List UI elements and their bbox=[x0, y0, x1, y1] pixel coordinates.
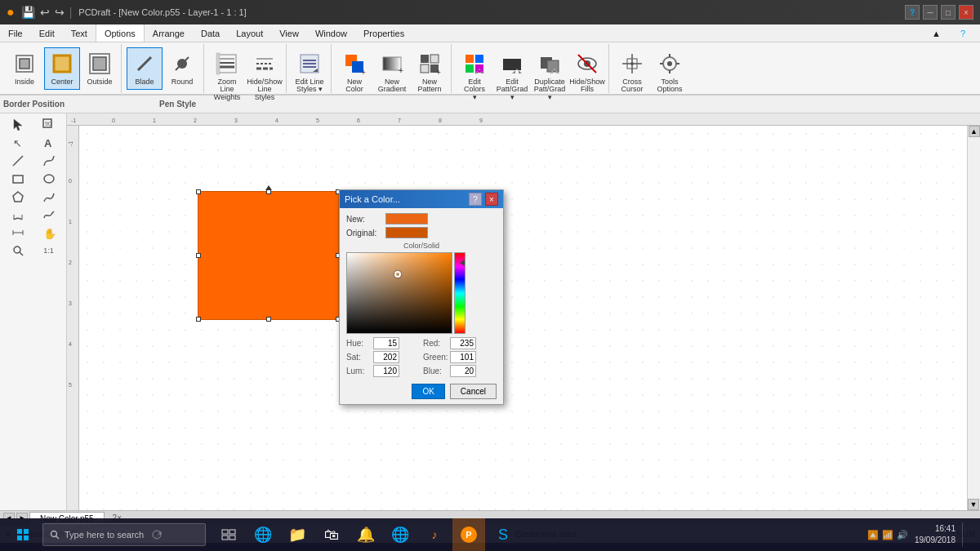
canvas-area[interactable]: -1 0 1 2 3 4 5 6 7 8 9 -1 0 1 2 3 bbox=[67, 113, 980, 510]
menu-arrange[interactable]: Arrange bbox=[145, 24, 193, 42]
save-icon[interactable]: 💾 bbox=[21, 6, 35, 19]
notification-icon[interactable]: 🔼 bbox=[867, 530, 879, 540]
taskbar-search-box[interactable]: Type here to search 🎤 bbox=[42, 523, 206, 546]
menu-properties[interactable]: Properties bbox=[355, 24, 412, 42]
menu-data[interactable]: Data bbox=[193, 24, 228, 42]
cancel-button[interactable]: Cancel bbox=[450, 384, 497, 399]
menu-edit[interactable]: Edit bbox=[31, 24, 63, 42]
ellipse-tool[interactable] bbox=[34, 171, 64, 187]
taskbar-music[interactable]: ♪ bbox=[418, 518, 451, 551]
handle-bl[interactable] bbox=[196, 317, 201, 322]
gradient-area[interactable] bbox=[346, 252, 497, 334]
spectrum-bar[interactable] bbox=[454, 252, 466, 334]
bezier-tool[interactable] bbox=[34, 153, 64, 169]
undo-icon[interactable]: ↩ bbox=[40, 6, 50, 19]
outside-button[interactable]: Outside bbox=[82, 47, 118, 90]
select-tool[interactable] bbox=[3, 117, 33, 133]
ok-button[interactable]: OK bbox=[412, 384, 444, 399]
taskbar-store[interactable]: 🛍 bbox=[315, 518, 348, 551]
spline-tool[interactable] bbox=[34, 207, 64, 223]
blue-input[interactable] bbox=[450, 365, 476, 377]
svg-text:-1: -1 bbox=[71, 118, 76, 123]
hide-show-styles-button[interactable]: Hide/ShowLine Styles bbox=[247, 47, 283, 106]
color-dialog-close-btn[interactable]: × bbox=[485, 193, 498, 206]
menu-chevron-up[interactable]: ▲ bbox=[924, 27, 949, 40]
arrow-tool[interactable]: ↖ bbox=[3, 135, 33, 151]
hide-show-fills-button[interactable]: Hide/ShowFills bbox=[569, 47, 605, 98]
dimension-tool[interactable] bbox=[3, 224, 33, 241]
round-button[interactable]: Round bbox=[164, 47, 200, 90]
lum-row: Lum: bbox=[346, 365, 420, 377]
orange-rectangle[interactable] bbox=[198, 191, 339, 320]
taskbar-edge[interactable]: 🌐 bbox=[247, 518, 279, 551]
menu-view[interactable]: View bbox=[271, 24, 307, 42]
center-button[interactable]: Center bbox=[44, 47, 80, 90]
right-scrollbar[interactable]: ▲ ▼ bbox=[967, 126, 980, 510]
magnify-tool[interactable] bbox=[3, 242, 33, 259]
color-dialog-titlebar[interactable]: Pick a Color... ? × bbox=[340, 190, 503, 208]
volume-icon[interactable]: 🔊 bbox=[897, 530, 908, 540]
hand-tool[interactable]: ✋ bbox=[34, 224, 64, 241]
network-icon[interactable]: 📶 bbox=[882, 530, 893, 540]
new-gradient-button[interactable]: + NewGradient bbox=[374, 47, 410, 98]
redo-icon[interactable]: ↪ bbox=[55, 6, 65, 19]
minimize-btn[interactable]: ─ bbox=[923, 5, 938, 20]
duplicate-pattgrad-button[interactable]: DuplicatePatt/Grad ▾ bbox=[532, 47, 568, 106]
svg-rect-104 bbox=[229, 535, 235, 540]
menu-file[interactable]: File bbox=[0, 24, 31, 42]
lum-input[interactable] bbox=[373, 365, 399, 377]
handle-ml[interactable] bbox=[196, 253, 201, 258]
taskbar-browser[interactable]: 🌐 bbox=[384, 518, 416, 551]
blade-button[interactable]: Blade bbox=[127, 47, 163, 90]
edit-line-styles-button[interactable]: Edit LineStyles ▾ bbox=[292, 47, 327, 98]
handle-tl[interactable] bbox=[196, 189, 201, 194]
maximize-btn[interactable]: □ bbox=[941, 5, 956, 20]
taskbar-badge1[interactable]: 🔔 bbox=[350, 518, 382, 551]
show-desktop-btn[interactable] bbox=[962, 522, 967, 547]
green-input[interactable] bbox=[450, 351, 476, 363]
edit-pattgrad-icon bbox=[499, 51, 525, 77]
taskbar-app1[interactable]: P bbox=[452, 518, 485, 551]
taskbar-skype[interactable]: S bbox=[487, 518, 519, 551]
zoom-line-weights-button[interactable]: Zoom LineWeights bbox=[209, 47, 245, 106]
menu-options[interactable]: Options bbox=[96, 24, 145, 42]
menu-layout[interactable]: Layout bbox=[228, 24, 271, 42]
line-tool[interactable] bbox=[3, 153, 33, 169]
pen-style-label: Pen Style bbox=[159, 100, 196, 109]
drawing-canvas[interactable]: Pick a Color... ? × New: bbox=[79, 126, 967, 510]
new-color-swatch[interactable] bbox=[385, 213, 428, 224]
cross-cursor-button[interactable]: CrossCursor bbox=[614, 47, 650, 98]
color-gradient-box[interactable] bbox=[346, 252, 452, 334]
new-pattern-button[interactable]: + New Pattern bbox=[412, 47, 448, 98]
menu-help[interactable]: ? bbox=[952, 27, 973, 40]
gradient-cursor[interactable] bbox=[394, 271, 401, 278]
red-input[interactable] bbox=[450, 337, 476, 349]
svg-text:+: + bbox=[436, 68, 441, 75]
rect-tool[interactable] bbox=[3, 171, 33, 187]
zoom-tool[interactable]: 90 bbox=[34, 117, 64, 133]
tools-options-button[interactable]: ToolsOptions bbox=[652, 47, 688, 98]
menu-text[interactable]: Text bbox=[63, 24, 96, 42]
help-btn[interactable]: ? bbox=[905, 5, 920, 20]
handle-bm[interactable] bbox=[266, 317, 271, 322]
svg-rect-3 bbox=[93, 57, 106, 70]
taskbar-task-view[interactable] bbox=[212, 518, 245, 551]
inside-button[interactable]: Inside bbox=[7, 47, 42, 90]
taskbar-clock[interactable]: 16:41 19/09/2018 bbox=[915, 523, 956, 546]
taskbar-files[interactable]: 📁 bbox=[281, 518, 314, 551]
start-button[interactable] bbox=[7, 518, 39, 551]
freehand-tool[interactable] bbox=[34, 189, 64, 205]
new-color-button[interactable]: + New Color bbox=[336, 47, 372, 98]
menu-window[interactable]: Window bbox=[307, 24, 355, 42]
arc-tool[interactable] bbox=[3, 207, 33, 223]
text-tool[interactable]: A bbox=[34, 135, 64, 151]
sat-input[interactable] bbox=[373, 351, 399, 363]
edit-pattgrad-button[interactable]: EditPatt/Grad ▾ bbox=[494, 47, 530, 106]
left-tool-row-3 bbox=[3, 153, 64, 169]
polygon-tool[interactable] bbox=[3, 189, 33, 205]
close-btn[interactable]: × bbox=[959, 5, 973, 20]
zoom-line-weights-label: Zoom LineWeights bbox=[212, 78, 243, 103]
color-dialog-help-btn[interactable]: ? bbox=[469, 193, 482, 206]
hue-input[interactable] bbox=[373, 337, 399, 349]
edit-colors-button[interactable]: Edit Colors▾ bbox=[457, 47, 492, 106]
